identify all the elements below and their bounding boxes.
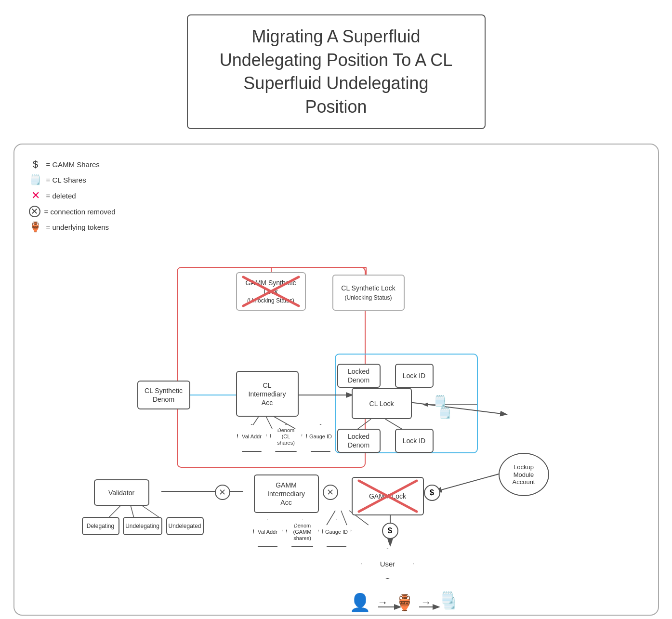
legend-underlying-tokens-text: = underlying tokens [46, 223, 109, 231]
undelegating-box: Undelegating [123, 517, 162, 535]
delegating-box: Delegating [82, 517, 119, 535]
legend-cl-shares: 🗒️ = CL Shares [29, 174, 116, 185]
cl-synthetic-lock-box: CL Synthetic Lock(Unlocking Status) [332, 275, 405, 311]
lock-id-bot-label: Lock ID [403, 436, 425, 445]
cl-synthetic-denom-box: CL SyntheticDenom [137, 381, 190, 409]
connection-removed-icon-right: ✕ [323, 485, 338, 500]
legend-cl-shares-text: = CL Shares [46, 176, 86, 184]
legend-deleted: ✕ = deleted [29, 189, 116, 202]
locked-denom-top-box: LockedDenom [337, 364, 381, 388]
locked-denom-bot-label: LockedDenom [348, 432, 369, 449]
locked-denom-bot-box: LockedDenom [337, 429, 381, 453]
cl-shares-flow-icon: 🗒️ 🗒️ [438, 595, 457, 610]
svg-line-7 [409, 402, 506, 414]
legend-underlying-tokens: 🏺 = underlying tokens [29, 221, 116, 233]
flask-icon: 🏺 [395, 593, 414, 612]
gamm-intermediary-acc-label: GAMMIntermediaryAcc [267, 481, 305, 507]
cl-synthetic-denom-label: CL SyntheticDenom [145, 386, 183, 404]
cl-val-addr-pentagon: Val Addr [237, 424, 267, 452]
flow-arrow-1: → [378, 596, 388, 609]
gamm-shares-to-gamm-lock: $ [424, 485, 440, 501]
gamm-lock-box: GAMM Lock [352, 477, 424, 515]
lockup-module-account-label: LockupModuleAccount [513, 463, 535, 486]
validator-label: Validator [108, 488, 134, 497]
lock-id-top-label: Lock ID [403, 371, 425, 380]
cl-lock-box: CL Lock [352, 388, 412, 419]
legend-gamm-shares: $ = GAMM Shares [29, 159, 116, 170]
legend-connection-removed: ✕ = connection removed [29, 206, 116, 217]
cl-intermediary-acc-box: CLIntermediaryAcc [236, 371, 299, 417]
cl-intermediary-acc-label: CLIntermediaryAcc [249, 381, 286, 408]
title-box: Migrating A Superfluid Undelegating Posi… [187, 14, 486, 129]
connection-removed-icon-left: ✕ [215, 485, 230, 500]
page-title: Migrating A Superfluid Undelegating Posi… [217, 25, 456, 119]
cl-synthetic-lock-label: CL Synthetic Lock(Unlocking Status) [341, 284, 395, 302]
gamm-shares-below-gamm-lock: $ [382, 523, 398, 539]
legend-deleted-text: = deleted [46, 192, 76, 200]
lockup-module-account-circle: LockupModuleAccount [499, 453, 549, 496]
validator-box: Validator [94, 479, 149, 506]
deleted-legend-icon: ✕ [29, 189, 42, 202]
gamm-synthetic-lock-box: GAMM SyntheticLock(Unlocking Status) [236, 272, 306, 311]
cl-shares-legend-icon: 🗒️ [29, 174, 42, 185]
bottom-flow-row: 👤 → 🏺 → 🗒️ 🗒️ [349, 593, 457, 613]
cl-shares-stack-icon2: 🗒️ [438, 407, 451, 420]
flow-arrow-2: → [421, 596, 432, 609]
lock-id-bot-box: Lock ID [395, 429, 434, 453]
connection-removed-legend-icon: ✕ [29, 206, 40, 217]
gamm-synthetic-lock-label: GAMM SyntheticLock(Unlocking Status) [245, 278, 296, 305]
gamm-lock-label: GAMM Lock [369, 492, 406, 500]
cl-shares-stack-icon: 🗒️ [434, 395, 447, 408]
legend-connection-removed-text: = connection removed [44, 208, 116, 216]
gamm-gauge-id-pentagon: Gauge ID [322, 519, 352, 547]
gamm-intermediary-acc-box: GAMMIntermediaryAcc [254, 474, 319, 513]
legend-gamm-shares-text: = GAMM Shares [46, 160, 100, 169]
cl-denom-pentagon: Denom(CL shares) [270, 424, 303, 452]
gamm-val-addr-pentagon: Val Addr [253, 519, 283, 547]
underlying-tokens-legend-icon: 🏺 [29, 221, 42, 233]
undelegated-box: Undelegated [166, 517, 204, 535]
gamm-shares-legend-icon: $ [29, 159, 42, 170]
locked-denom-top-label: LockedDenom [348, 367, 369, 384]
lock-id-top-box: Lock ID [395, 364, 434, 388]
user-person-icon: 👤 [349, 593, 371, 613]
cl-gauge-id-pentagon: Gauge ID [306, 424, 336, 452]
svg-line-24 [341, 511, 347, 525]
svg-line-8 [436, 472, 506, 491]
user-diamond: User [361, 548, 414, 579]
diagram-container: $ = GAMM Shares 🗒️ = CL Shares ✕ = delet… [13, 144, 659, 616]
legend: $ = GAMM Shares 🗒️ = CL Shares ✕ = delet… [29, 159, 116, 233]
gamm-denom-pentagon: Denom(GAMMshares) [286, 519, 319, 547]
cl-lock-label: CL Lock [369, 399, 394, 408]
